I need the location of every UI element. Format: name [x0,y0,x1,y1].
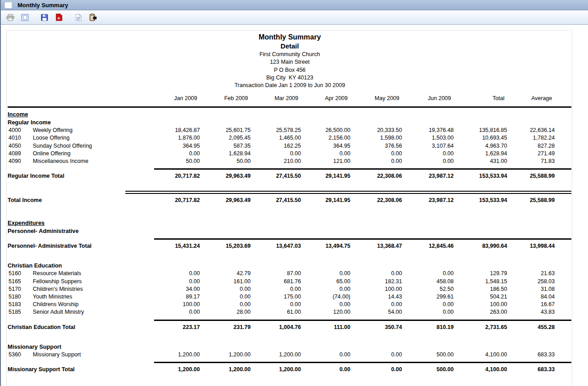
cell-amount: 100.00 [154,301,200,308]
export-pdf-button[interactable]: A [53,12,64,23]
copy-clipboard-button[interactable] [88,12,98,23]
cell-amount: 10,693.45 [454,134,507,142]
cell-amount: 1,628.94 [454,150,507,158]
total-label: Christian Education Total [8,324,154,331]
total-row: Missionary Support Total1,200.001,200.00… [8,366,571,373]
cell-total-amount: 13,494.75 [301,242,350,250]
cell-amount: 0.00 [251,150,301,158]
cell-total-amount: 22,308.06 [350,172,402,180]
account-row: 5183Childrens Worship100.000.000.000.000… [8,301,571,308]
spacer [8,334,571,343]
cell-amount: 827.28 [507,142,555,150]
cell-total-amount: 500.00 [402,366,454,373]
cell-amount: 500.00 [402,351,454,359]
cell-amount: (74.00) [301,293,350,301]
report-window: Monthly Summary [0,0,588,386]
total-label: Personnel- Administrative Total [8,242,154,250]
cell-amount: 0.00 [350,270,402,277]
cell-amount: 0.00 [154,270,200,277]
cell-total-amount: 20,717.82 [154,172,200,180]
cell-amount: 186.50 [454,285,507,293]
cell-amount: 16.67 [507,301,555,308]
total-label: Total Income [8,197,154,204]
cell-amount: 14.43 [350,293,402,301]
total-row: Personnel- Administrative Total15,431.24… [8,242,571,250]
cell-total-amount: 27,415.50 [251,197,301,204]
cell-amount: 0.00 [301,301,350,308]
account-code: 5185 [8,308,33,316]
cell-amount: 258.03 [507,278,555,285]
cell-amount: 52.50 [402,285,454,293]
cell-amount: 2,156.00 [301,134,350,142]
total-rule [154,168,571,170]
account-code: 5170 [8,285,33,293]
account-row: 5185Senior Adult Ministry0.0028.0061.001… [8,308,571,316]
account-name: Resource Materials [33,270,154,277]
cell-amount: 43.83 [507,308,555,316]
header-rule [8,106,571,108]
cell-total-amount: 153,533.94 [454,172,507,180]
cell-amount: 71.83 [507,158,555,165]
cell-total-amount: 20,717.82 [154,197,200,204]
account-code: 4090 [8,158,33,165]
cell-amount: 28.00 [200,308,251,316]
column-header: May 2009 [350,95,402,102]
cell-amount: 364.95 [154,142,200,150]
cell-amount: 87.00 [251,270,301,277]
cell-total-amount: 22,308.06 [350,197,402,204]
account-name: Childrens Worship [33,301,154,308]
cell-amount: 0.00 [200,285,251,293]
export-report-button[interactable] [73,12,84,23]
cell-amount: 683.33 [507,351,555,359]
window-title-bar[interactable]: Monthly Summary [1,0,588,10]
account-name: Youth Ministries [33,293,154,301]
account-row: 5160Resource Materials0.0042.7987.000.00… [8,270,571,277]
cell-total-amount: 13,368.47 [350,242,402,250]
column-header-row: Jan 2009Feb 2009Mar 2009Apr 2009May 2009… [8,95,571,102]
account-row: 5180Youth Ministries89.170.00175.00(74.0… [8,293,571,301]
section-heading: Expenditures [8,219,571,227]
cell-amount: 587.35 [200,142,251,150]
group-heading: Regular Income [8,118,571,127]
group-label: Personnel- Administrative [8,228,79,234]
cell-amount: 0.00 [251,301,301,308]
report-viewport[interactable]: Monthly Summary Detail First Community C… [2,25,588,386]
grand-total-rule [125,191,571,194]
group-heading: Missionary Support [8,343,571,351]
account-name: Missionary Support [33,351,154,359]
cell-amount: 0.00 [350,150,402,158]
cell-total-amount: 455.28 [507,324,555,331]
column-header: Total [454,95,507,102]
cell-amount: 0.00 [402,158,454,165]
cell-amount: 50.00 [200,158,251,165]
svg-text:A: A [57,16,60,20]
print-preview-button[interactable] [19,12,30,23]
total-label: Regular Income Total [8,172,154,180]
account-code: 5165 [8,278,33,285]
report-page: Monthly Summary Detail First Community C… [6,30,572,386]
cell-amount: 0.00 [301,270,350,277]
report-subtitle: Detail [8,42,572,51]
cell-amount: 175.00 [251,293,301,301]
print-button[interactable] [5,12,16,23]
date-range: Transaction Date Jan 1 2009 to Jun 30 20… [8,82,572,89]
cell-amount: 681.76 [251,278,301,285]
cell-amount: 61.00 [251,308,301,316]
account-name: Senior Adult Ministry [33,308,154,316]
cell-amount: 2,095.45 [200,134,251,142]
cell-total-amount: 350.74 [350,324,402,331]
save-button[interactable] [39,12,50,23]
cell-amount: 1,598.00 [350,134,402,142]
cell-total-amount: 12,845.46 [402,242,454,250]
total-rule [154,362,571,363]
account-row: 4010Loose Offering1,876.002,095.451,465.… [8,134,571,142]
cell-amount: 458.08 [402,278,454,285]
cell-amount: 1,876.00 [154,134,200,142]
window-title: Monthly Summary [18,2,68,9]
report-header: Monthly Summary Detail First Community C… [8,31,572,89]
cell-amount: 1,200.00 [251,351,301,359]
cell-amount: 0.00 [301,285,350,293]
cell-amount: 26,500.00 [301,127,350,134]
cell-amount: 1,200.00 [154,351,200,359]
total-rule [154,238,571,240]
